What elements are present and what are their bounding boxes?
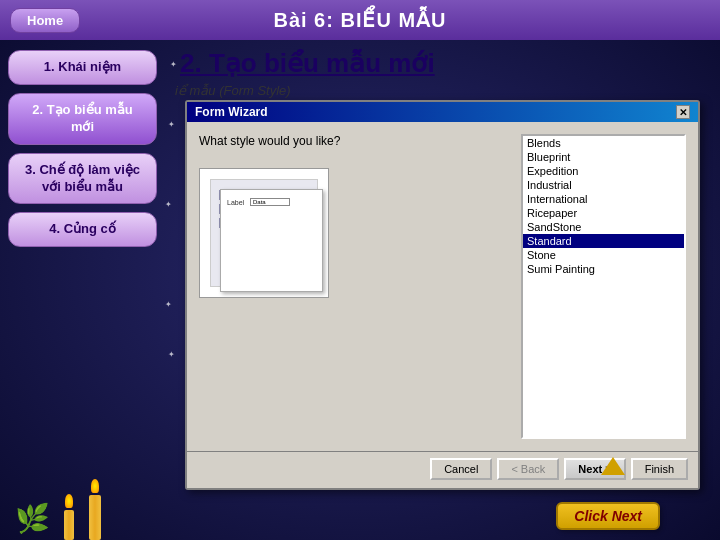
- style-item-ricepaper[interactable]: Ricepaper: [523, 206, 684, 220]
- style-item-industrial[interactable]: Industrial: [523, 178, 684, 192]
- page-title: 2. Tạo biểu mẫu mới: [180, 48, 710, 79]
- preview-label-text: Label: [227, 199, 247, 206]
- back-button[interactable]: < Back: [497, 458, 559, 480]
- candle-decoration: 🌿: [0, 440, 165, 540]
- dialog-title: Form Wizard: [195, 105, 268, 119]
- style-item-sandstone[interactable]: SandStone: [523, 220, 684, 234]
- flame-left: [65, 494, 73, 508]
- right-panel: Blends Blueprint Expedition Industrial I…: [521, 134, 686, 439]
- arrow-indicator: [601, 457, 625, 475]
- header-bar: Home Bài 6: BIỂU MẪU: [0, 0, 720, 40]
- style-item-international[interactable]: International: [523, 192, 684, 206]
- candle-right: [89, 479, 101, 540]
- style-list[interactable]: Blends Blueprint Expedition Industrial I…: [521, 134, 686, 439]
- candle-left: [64, 494, 74, 540]
- click-next-label: Click Next: [556, 502, 660, 530]
- home-button[interactable]: Home: [10, 8, 80, 33]
- style-item-sumi-painting[interactable]: Sumi Painting: [523, 262, 684, 276]
- style-item-expedition[interactable]: Expedition: [523, 164, 684, 178]
- star-deco: ✦: [170, 60, 177, 69]
- content-subtitle: iể mẫu (Form Style): [175, 83, 710, 98]
- sidebar-item-cung-co[interactable]: 4. Củng cố: [8, 212, 157, 247]
- star-deco4: ✦: [165, 300, 172, 309]
- style-item-stone[interactable]: Stone: [523, 248, 684, 262]
- left-panel: What style would you like? xxx xxx: [199, 134, 511, 439]
- style-item-blueprint[interactable]: Blueprint: [523, 150, 684, 164]
- candle-body-right: [89, 495, 101, 540]
- star-deco5: ✦: [168, 350, 175, 359]
- sidebar-item-khai-niem[interactable]: 1. Khái niệm: [8, 50, 157, 85]
- preview-shadow-inner: Label: [221, 190, 322, 214]
- sidebar-item-tao-bieu-mau[interactable]: 2. Tạo biểu mẫu mới: [8, 93, 157, 145]
- candle-body-left: [64, 510, 74, 540]
- form-wizard-dialog: Form Wizard ✕ What style would you like?…: [185, 100, 700, 490]
- style-item-blends[interactable]: Blends: [523, 136, 684, 150]
- cancel-button[interactable]: Cancel: [430, 458, 492, 480]
- dialog-close-button[interactable]: ✕: [676, 105, 690, 119]
- flame-right: [91, 479, 99, 493]
- star-deco3: ✦: [165, 200, 172, 209]
- finish-button[interactable]: Finish: [631, 458, 688, 480]
- star-deco2: ✦: [168, 120, 175, 129]
- holly-decoration: 🌿: [15, 502, 50, 535]
- main-container: ✦ ✦ ✦ ✦ ✦ Home Bài 6: BIỂU MẪU 2. Tạo bi…: [0, 0, 720, 540]
- dialog-title-bar: Form Wizard ✕: [187, 102, 698, 122]
- form-preview: xxx xxx xxxx: [199, 168, 329, 298]
- dialog-body: What style would you like? xxx xxx: [187, 122, 698, 451]
- sidebar-item-che-do[interactable]: 3. Chế độ làm việc với biểu mẫu: [8, 153, 157, 205]
- preview-label-data-row: Label: [227, 198, 316, 206]
- preview-shadow-panel: Label: [220, 189, 323, 292]
- sidebar: 1. Khái niệm 2. Tạo biểu mẫu mới 3. Chế …: [0, 40, 165, 540]
- style-item-standard[interactable]: Standard: [523, 234, 684, 248]
- header-title: Bài 6: BIỂU MẪU: [273, 8, 446, 32]
- preview-data-field: [250, 198, 290, 206]
- dialog-question: What style would you like?: [199, 134, 511, 148]
